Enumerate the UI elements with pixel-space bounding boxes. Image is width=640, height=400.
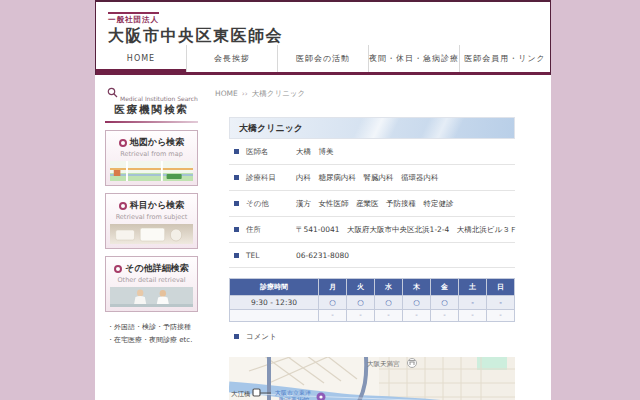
map-label-museum-2: 陶磁美術館 xyxy=(279,396,309,400)
field-row-address: 住所 〒541-0041 大阪府大阪市中央区北浜1-2-4 大橋北浜ビル３Ｆ xyxy=(229,217,515,243)
map-label-shrine: 大阪天満宮 xyxy=(367,360,400,368)
search-icon xyxy=(107,83,118,102)
schedule-time-cell xyxy=(230,310,318,321)
sidebar-item-label: その他詳細検索 xyxy=(125,262,188,275)
field-label: 住所 xyxy=(246,225,296,235)
breadcrumb-separator: ›› xyxy=(242,89,248,98)
sidebar-item-other-detail-search[interactable]: その他詳細検索 Other detail retrieval xyxy=(105,256,198,312)
field-row-departments: 診療科目 内科 糖尿病内科 腎臓内科 循環器内科 xyxy=(229,165,515,191)
field-row-doctor-name: 医師名 大橋 博美 xyxy=(229,139,515,165)
schedule-day-sat: 土 xyxy=(459,279,486,295)
field-bullet-icon xyxy=(234,175,239,180)
schedule-cell: - xyxy=(487,310,514,321)
field-label: その他 xyxy=(246,199,296,209)
doctors-thumbnail-image xyxy=(110,287,193,307)
sidebar-item-label: 科目から検索 xyxy=(130,199,184,212)
schedule-day-tue: 火 xyxy=(347,279,374,295)
divider xyxy=(105,121,198,123)
field-value: 06-6231-8080 xyxy=(296,251,349,260)
field-label: 診療科目 xyxy=(246,173,296,183)
schedule-cell: - xyxy=(459,296,486,309)
clinic-name: 大橋クリニック xyxy=(239,122,303,135)
schedule-cell: ○ xyxy=(347,296,374,309)
search-title-jp: 医療機関検索 xyxy=(105,103,198,117)
station-icon xyxy=(253,389,260,396)
location-map[interactable]: 大阪天満宮 大阪市立東洋 陶磁美術館 大江橋 天満 xyxy=(229,357,515,400)
schedule-day-thu: 木 xyxy=(403,279,430,295)
search-header: Medical Institution Search 医療機関検索 xyxy=(105,83,198,123)
map-label-museum-1: 大阪市立東洋 xyxy=(275,389,311,396)
nav-item-members-links[interactable]: 医師会員用・リンク xyxy=(459,45,550,72)
clinic-detail-panel: 大橋クリニック 医師名 大橋 博美 診療科目 内科 糖尿病内科 腎臓内科 循環器… xyxy=(229,117,515,400)
clinic-name-banner: 大橋クリニック xyxy=(229,117,515,139)
sidebar: Medical Institution Search 医療機関検索 地図から検索… xyxy=(95,75,203,400)
field-label: コメント xyxy=(246,332,296,342)
schedule-cell: ○ xyxy=(403,296,430,309)
schedule-cell: - xyxy=(403,310,430,321)
sidebar-notes: ・外国語・検診・予防接種 ・在宅医療・夜間診療 etc. xyxy=(105,321,198,348)
schedule-row-afternoon: - - - - - - - xyxy=(230,310,514,321)
field-value: 大橋 博美 xyxy=(296,147,334,157)
schedule-cell: ○ xyxy=(319,296,346,309)
shrine-icon xyxy=(408,359,417,368)
breadcrumb-current: 大橋クリニック xyxy=(252,89,305,98)
nav-item-home[interactable]: HOME xyxy=(96,45,186,72)
field-row-tel: TEL 06-6231-8080 xyxy=(229,243,515,268)
nav-item-greeting[interactable]: 会長挨拶 xyxy=(186,45,277,72)
field-value: 漢方 女性医師 産業医 予防接種 特定健診 xyxy=(296,199,454,209)
sidebar-item-caption: Retrieval from map xyxy=(110,150,193,158)
sidebar-item-label: 地図から検索 xyxy=(130,136,184,149)
field-bullet-icon xyxy=(234,149,239,154)
schedule-cell: - xyxy=(487,296,514,309)
field-row-comment: コメント xyxy=(229,324,515,349)
schedule-cell: - xyxy=(459,310,486,321)
schedule-cell: - xyxy=(375,310,402,321)
brand: 一般社団法人 大阪市中央区東医師会 xyxy=(96,2,550,45)
sidebar-item-caption: Retrieval from subject xyxy=(110,213,193,221)
schedule-day-mon: 月 xyxy=(319,279,346,295)
map-thumbnail-image xyxy=(110,161,193,181)
field-value: 〒541-0041 大阪府大阪市中央区北浜1-2-4 大橋北浜ビル３Ｆ xyxy=(296,225,517,235)
field-bullet-icon xyxy=(234,227,239,232)
main-content: HOME››大橋クリニック 大橋クリニック 医師名 大橋 博美 診療科目 内科 xyxy=(203,75,551,400)
breadcrumb: HOME››大橋クリニック xyxy=(215,89,543,99)
nav-item-emergency[interactable]: 夜間・休日・急病診療 xyxy=(368,45,459,72)
subject-thumbnail-image xyxy=(110,224,193,244)
sidebar-note-line: ・在宅医療・夜間診療 etc. xyxy=(107,334,198,347)
field-label: 医師名 xyxy=(246,147,296,157)
schedule-day-wed: 水 xyxy=(375,279,402,295)
schedule-cell: - xyxy=(347,310,374,321)
nav-item-activities[interactable]: 医師会の活動 xyxy=(277,45,368,72)
schedule-row-morning: 9:30 - 12:30 ○ ○ ○ ○ ○ - - xyxy=(230,296,514,309)
field-bullet-icon xyxy=(234,253,239,258)
body-area: Medical Institution Search 医療機関検索 地図から検索… xyxy=(95,75,551,400)
field-bullet-icon xyxy=(234,334,239,339)
schedule-day-fri: 金 xyxy=(431,279,458,295)
schedule-day-sun: 日 xyxy=(487,279,514,295)
field-bullet-icon xyxy=(234,201,239,206)
site-title: 大阪市中央区東医師会 xyxy=(108,26,550,45)
schedule-cell: - xyxy=(319,310,346,321)
corporation-type-label: 一般社団法人 xyxy=(108,12,159,25)
search-title-en: Medical Institution Search xyxy=(120,95,198,102)
field-value: 内科 糖尿病内科 腎臓内科 循環器内科 xyxy=(296,173,439,183)
consultation-hours-table: 診療時間 月 火 水 木 金 土 日 9:30 - 12:30 ○ xyxy=(229,278,515,322)
sidebar-item-search-by-subject[interactable]: 科目から検索 Retrieval from subject xyxy=(105,193,198,249)
page: 一般社団法人 大阪市中央区東医師会 HOME 会長挨拶 医師会の活動 夜間・休日… xyxy=(0,0,640,400)
site-container: 一般社団法人 大阪市中央区東医師会 HOME 会長挨拶 医師会の活動 夜間・休日… xyxy=(95,0,551,400)
field-label: TEL xyxy=(246,251,296,260)
schedule-header-time: 診療時間 xyxy=(230,279,318,295)
sidebar-item-search-by-map[interactable]: 地図から検索 Retrieval from map xyxy=(105,130,198,186)
bullet-icon xyxy=(119,202,127,210)
sidebar-item-caption: Other detail retrieval xyxy=(110,276,193,284)
schedule-cell: - xyxy=(431,310,458,321)
sidebar-note-line: ・外国語・検診・予防接種 xyxy=(107,321,198,334)
field-row-other: その他 漢方 女性医師 産業医 予防接種 特定健診 xyxy=(229,191,515,217)
main-nav: HOME 会長挨拶 医師会の活動 夜間・休日・急病診療 医師会員用・リンク xyxy=(96,45,550,75)
site-header: 一般社団法人 大阪市中央区東医師会 HOME 会長挨拶 医師会の活動 夜間・休日… xyxy=(95,0,551,75)
breadcrumb-home-link[interactable]: HOME xyxy=(215,89,238,98)
bullet-icon xyxy=(114,265,122,273)
schedule-cell: ○ xyxy=(431,296,458,309)
bullet-icon xyxy=(119,139,127,147)
schedule-time-cell: 9:30 - 12:30 xyxy=(230,296,318,309)
